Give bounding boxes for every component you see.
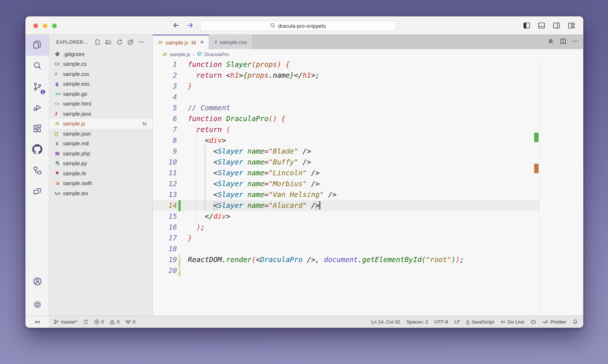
cursor-position-item[interactable]: Ln 14, Col 32 — [371, 319, 400, 325]
line-number: 9 — [153, 146, 177, 157]
eol-item[interactable]: LF — [454, 319, 460, 325]
file-row-sample.exs[interactable]: sample.exs — [49, 79, 152, 89]
file-row-sample.tex[interactable]: TEXsample.tex — [49, 188, 152, 198]
tab-sample-js[interactable]: JS sample.js M × — [153, 35, 209, 49]
zoom-window-button[interactable] — [52, 23, 57, 28]
code-line-13[interactable]: 13 <Slayer name="Van Helsing" /> — [153, 189, 539, 200]
file-row-sample.css[interactable]: #sample.css — [49, 69, 152, 79]
file-row-sample.java[interactable]: Jsample.java — [49, 109, 152, 119]
back-arrow-icon[interactable] — [172, 21, 180, 29]
code-line-2[interactable]: 2 return <h1>{props.name}</h1>; — [153, 70, 539, 81]
ports-item[interactable]: 0 — [125, 319, 136, 325]
file-name: sample.css — [63, 71, 89, 77]
git-branch-item[interactable]: master* — [54, 319, 78, 325]
activitybar-settings[interactable] — [26, 295, 49, 316]
code-line-16[interactable]: 16 ); — [153, 222, 539, 233]
breadcrumb-file[interactable]: sample.js — [169, 52, 190, 57]
new-folder-icon[interactable] — [105, 39, 112, 45]
code-token: = — [264, 147, 269, 155]
code-line-17[interactable]: 17} — [153, 233, 539, 244]
code-token: ) — [277, 60, 282, 69]
file-row-sample.html[interactable]: <>sample.html — [49, 99, 152, 109]
code-line-3[interactable]: 3} — [153, 81, 539, 92]
code-line-4[interactable]: 4 — [153, 92, 539, 103]
breadcrumb[interactable]: JS sample.js › DraculaPro — [153, 49, 583, 59]
refresh-icon[interactable] — [117, 39, 123, 45]
copilot-item[interactable] — [530, 319, 536, 325]
minimize-window-button[interactable] — [43, 23, 47, 28]
git-hatch-gutter — [178, 254, 181, 265]
file-row-sample.md[interactable]: sample.md — [49, 139, 152, 149]
activitybar-account[interactable] — [26, 271, 49, 292]
forward-arrow-icon[interactable] — [186, 21, 194, 29]
code-token: { — [243, 71, 248, 80]
code-line-5[interactable]: 5// Comment — [153, 103, 539, 114]
encoding-item[interactable]: UTF-8 — [434, 319, 448, 325]
sync-item[interactable] — [83, 319, 89, 325]
errors-item[interactable]: 0 — [94, 319, 104, 325]
file-row-.gitignore[interactable]: .gitignore — [49, 49, 152, 59]
double-check-icon — [542, 319, 549, 324]
code-line-7[interactable]: 7 return ( — [153, 124, 539, 135]
code-line-20[interactable]: 20 — [153, 265, 539, 276]
editor-more-actions-icon[interactable] — [572, 38, 579, 46]
code-editor[interactable]: 1function Slayer(props) {2 return <h1>{p… — [153, 59, 583, 316]
code-token: return — [196, 71, 221, 80]
code-line-9[interactable]: 9 <Slayer name="Blade" /> — [153, 146, 539, 157]
collapse-folders-icon[interactable] — [127, 39, 134, 45]
new-file-icon[interactable] — [94, 39, 101, 45]
file-row-sample.swift[interactable]: sample.swift — [49, 179, 152, 189]
file-row-sample.go[interactable]: -GOsample.go — [49, 89, 152, 99]
activitybar-extensions[interactable] — [26, 119, 49, 140]
split-editor-icon[interactable] — [560, 38, 566, 46]
code-token — [243, 147, 248, 155]
code-token: > — [226, 212, 231, 220]
notifications-item[interactable] — [573, 319, 578, 325]
code-line-19[interactable]: 19ReactDOM.render(<DraculaPro />, docume… — [153, 254, 539, 265]
activitybar-explorer[interactable] — [26, 35, 49, 56]
file-row-sample.json[interactable]: {}sample.json — [49, 129, 152, 139]
warnings-item[interactable]: 0 — [109, 319, 120, 325]
command-center-search[interactable]: dracula-pro-snippets — [200, 21, 396, 31]
code-line-12[interactable]: 12 <Slayer name="Morbius" /> — [153, 179, 539, 189]
toggle-primary-sidebar-icon[interactable] — [523, 22, 531, 29]
file-row-sample.rb[interactable]: sample.rb — [49, 168, 152, 179]
tab-sample-css[interactable]: # sample.css — [209, 35, 252, 49]
tab-label: sample.css — [220, 39, 247, 45]
code-line-18[interactable]: 18 — [153, 244, 539, 254]
code-line-11[interactable]: 11 <Slayer name="Lincoln" /> — [153, 168, 539, 179]
code-line-14[interactable]: 14 <Slayer name="Alucard" /> — [153, 200, 539, 211]
toggle-secondary-sidebar-icon[interactable] — [553, 22, 560, 29]
breadcrumb-symbol[interactable]: DraculaPro — [204, 52, 229, 57]
language-item[interactable]: {} JavaScript — [466, 319, 494, 325]
activitybar-github[interactable] — [26, 140, 49, 160]
activitybar-source-control[interactable]: 1 — [26, 77, 49, 98]
radio-tower-icon — [125, 319, 131, 325]
customize-layout-icon[interactable] — [567, 22, 575, 29]
activitybar-comments[interactable] — [26, 181, 49, 202]
activitybar-run-debug[interactable] — [26, 98, 49, 119]
file-row-sample.py[interactable]: sample.py — [49, 159, 152, 169]
close-tab-icon[interactable]: × — [200, 39, 204, 46]
close-window-button[interactable] — [33, 23, 38, 28]
code-line-8[interactable]: 8 <div> — [153, 135, 539, 146]
remote-indicator[interactable]: >< — [26, 316, 49, 327]
file-row-sample.php[interactable]: sample.php — [49, 149, 152, 159]
code-line-6[interactable]: 6function DraculaPro() { — [153, 114, 539, 124]
code-line-10[interactable]: 10 <Slayer name="Buffy" /> — [153, 157, 539, 168]
more-actions-icon[interactable] — [138, 39, 144, 45]
indentation-item[interactable]: Spaces: 2 — [406, 319, 428, 325]
code-token: name — [247, 169, 264, 177]
open-changes-icon[interactable] — [548, 38, 554, 46]
file-row-sample.cs[interactable]: C#sample.cs — [49, 59, 152, 69]
code-token: < — [188, 147, 218, 155]
toggle-panel-icon[interactable] — [538, 22, 545, 29]
code-line-1[interactable]: 1function Slayer(props) { — [153, 59, 539, 70]
code-line-15[interactable]: 15 </div> — [153, 211, 539, 222]
file-row-sample.js[interactable]: JSsample.jsM — [49, 119, 152, 129]
status-bar: >< master* 0 0 0 Ln 14, Col 32 — [26, 316, 583, 327]
formatter-item[interactable]: Prettier — [542, 319, 566, 325]
go-live-item[interactable]: Go Live — [500, 319, 524, 325]
activitybar-search[interactable] — [26, 56, 49, 77]
activitybar-hierarchy[interactable] — [26, 160, 49, 181]
